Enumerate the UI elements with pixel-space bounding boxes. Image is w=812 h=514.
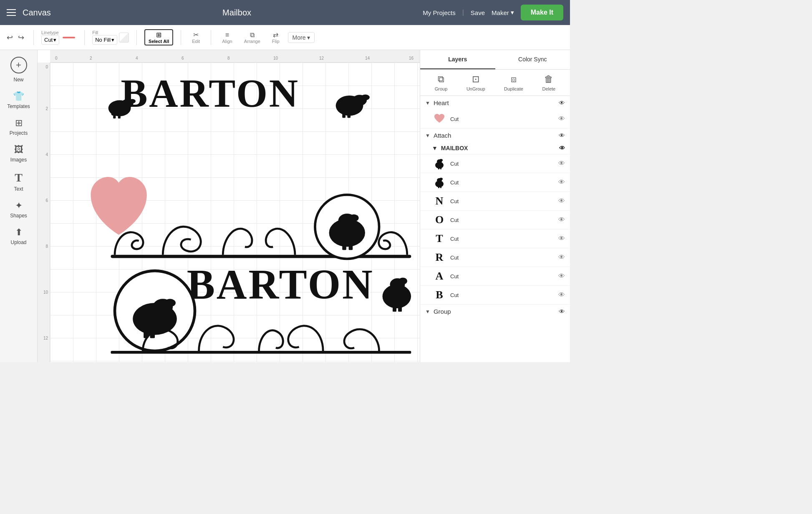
heart-group-eye-icon[interactable]: 👁 (559, 99, 565, 106)
maker-dropdown[interactable]: Maker ▾ (492, 9, 514, 16)
sidebar-item-templates[interactable]: 👕 Templates (0, 88, 37, 113)
my-projects-link[interactable]: My Projects (423, 9, 455, 16)
chicken-2-eye-icon[interactable]: 👁 (558, 179, 565, 186)
make-it-button[interactable]: Make It (521, 5, 563, 20)
nav-right: My Projects | Save Maker ▾ Make It (423, 5, 563, 20)
edit-icon: ✂ (193, 31, 199, 39)
letter-R-icon: R (433, 251, 446, 264)
heart-cut-label: Cut (450, 116, 554, 122)
layer-item-letter-O[interactable]: O Cut 👁 (420, 211, 570, 229)
duplicate-icon: ⧇ (511, 74, 517, 85)
projects-label: Projects (10, 130, 28, 136)
svg-rect-42 (440, 186, 441, 188)
letter-R-eye-icon[interactable]: 👁 (558, 254, 565, 261)
sidebar-item-projects[interactable]: ⊞ Projects (0, 114, 37, 139)
duplicate-label: Duplicate (504, 86, 523, 91)
app-title: Canvas (23, 8, 51, 18)
svg-rect-7 (113, 115, 116, 118)
linetype-dropdown[interactable]: Cut ▾ (41, 35, 59, 45)
align-button[interactable]: ≡ Align (219, 30, 235, 45)
redo-button[interactable]: ↪ (16, 31, 26, 44)
tab-color-sync[interactable]: Color Sync (495, 50, 570, 69)
sidebar-item-upload[interactable]: ⬆ Upload (0, 224, 37, 249)
layer-item-letter-B[interactable]: B Cut 👁 (420, 286, 570, 305)
svg-point-24 (164, 299, 176, 307)
toolbar-separator-3 (136, 30, 137, 45)
svg-rect-11 (347, 113, 351, 118)
ruler-left: 0 2 4 6 8 10 12 (38, 63, 50, 362)
undo-button[interactable]: ↩ (5, 31, 15, 44)
chicken-1-eye-icon[interactable]: 👁 (558, 160, 565, 167)
letter-N-eye-icon[interactable]: 👁 (558, 197, 565, 205)
projects-icon: ⊞ (15, 118, 23, 128)
letter-O-eye-icon[interactable]: 👁 (558, 216, 565, 224)
hamburger-menu-icon[interactable] (7, 9, 16, 16)
mailbox-subgroup-header[interactable]: ▼ MAILBOX 👁 (420, 142, 570, 154)
letter-T-eye-icon[interactable]: 👁 (558, 235, 565, 242)
letter-A-icon: A (433, 270, 446, 283)
left-sidebar: + New 👕 Templates ⊞ Projects 🖼 Images T … (0, 50, 38, 362)
group-icon: ⧉ (438, 74, 444, 85)
sidebar-item-new[interactable]: + New (0, 53, 37, 86)
svg-point-10 (361, 94, 370, 100)
layer-item-heart-cut[interactable]: Cut 👁 (420, 110, 570, 128)
toolbar-separator-4 (181, 30, 181, 45)
sidebar-item-text[interactable]: T Text (0, 168, 37, 195)
bottom-group-header[interactable]: ▼ Group 👁 (420, 305, 570, 318)
group-button[interactable]: ⧉ Group (435, 74, 448, 91)
svg-point-35 (439, 159, 443, 161)
attach-group-eye-icon[interactable]: 👁 (559, 132, 565, 139)
bottom-group-eye-icon[interactable]: 👁 (559, 308, 565, 315)
canvas-content: BARTON (50, 63, 420, 362)
layer-item-chicken-2[interactable]: Cut 👁 (420, 173, 570, 192)
select-all-label: Select All (149, 39, 169, 44)
save-link[interactable]: Save (471, 9, 485, 16)
ungroup-button[interactable]: ⊡ UnGroup (467, 74, 485, 91)
letter-A-eye-icon[interactable]: 👁 (558, 272, 565, 280)
chicken-2-cut-label: Cut (450, 179, 554, 186)
delete-button[interactable]: 🗑 Delete (542, 74, 555, 91)
mailbox-eye-icon[interactable]: 👁 (559, 145, 565, 151)
chevron-down-icon: ▾ (53, 37, 56, 43)
letter-B-cut-label: Cut (450, 292, 554, 298)
ungroup-label: UnGroup (467, 86, 485, 91)
layer-item-letter-R[interactable]: R Cut 👁 (420, 248, 570, 267)
tab-layers[interactable]: Layers (420, 50, 495, 69)
flip-label: Flip (272, 39, 280, 44)
layer-item-letter-A[interactable]: A Cut 👁 (420, 267, 570, 286)
fill-dropdown[interactable]: No Fill ▾ (92, 35, 117, 45)
templates-icon: 👕 (13, 91, 24, 102)
chicken-layer-icon-2 (433, 176, 446, 189)
letter-T-cut-label: Cut (450, 236, 554, 242)
layer-item-chicken-1[interactable]: Cut 👁 (420, 154, 570, 173)
arrange-button[interactable]: ⧉ Arrange (241, 30, 264, 45)
flip-button[interactable]: ⇄ Flip (269, 30, 283, 45)
heart-cut-eye-icon[interactable]: 👁 (558, 115, 565, 123)
select-all-button[interactable]: ⊞ Select All (144, 29, 173, 45)
letter-B-eye-icon[interactable]: 👁 (558, 291, 565, 299)
more-button[interactable]: More ▾ (288, 32, 315, 43)
flip-icon: ⇄ (273, 31, 278, 39)
duplicate-button[interactable]: ⧇ Duplicate (504, 74, 523, 91)
new-plus-icon: + (10, 57, 27, 73)
upload-label: Upload (10, 239, 26, 245)
edit-label: Edit (192, 39, 200, 44)
select-all-icon: ⊞ (156, 31, 161, 39)
layer-item-letter-T[interactable]: T Cut 👁 (420, 229, 570, 248)
ungroup-icon: ⊡ (472, 74, 479, 85)
ruler-top: 0 2 4 6 8 10 12 14 16 (50, 50, 420, 63)
canvas-area[interactable]: 0 2 4 6 8 10 12 14 16 0 2 4 6 8 10 12 BA… (38, 50, 420, 362)
sidebar-item-images[interactable]: 🖼 Images (0, 141, 37, 166)
svg-rect-41 (438, 186, 439, 188)
letter-N-icon: N (433, 194, 446, 208)
attach-group-header[interactable]: ▼ Attach 👁 (420, 128, 570, 142)
right-panel: Layers Color Sync ⧉ Group ⊡ UnGroup ⧇ Du… (420, 50, 570, 362)
text-icon: T (15, 171, 23, 184)
sidebar-item-shapes[interactable]: ✦ Shapes (0, 197, 37, 222)
nav-divider: | (462, 9, 464, 16)
linetype-color-swatch[interactable] (63, 37, 75, 38)
edit-button[interactable]: ✂ Edit (189, 30, 203, 45)
layer-item-letter-N[interactable]: N Cut 👁 (420, 192, 570, 211)
heart-group-header[interactable]: ▼ Heart 👁 (420, 96, 570, 110)
fill-color-swatch[interactable] (119, 33, 129, 43)
